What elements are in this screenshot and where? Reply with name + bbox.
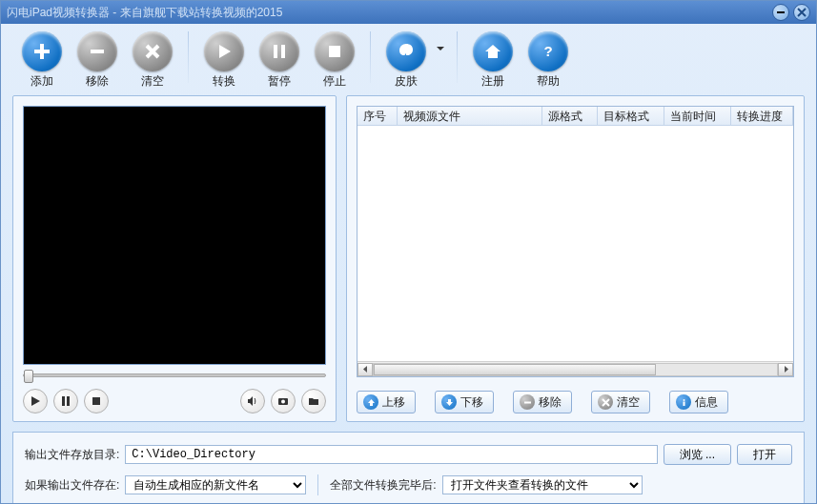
svg-rect-8 xyxy=(62,396,65,406)
skin-button[interactable]: 皮肤 xyxy=(382,31,430,90)
col-srcfmt[interactable]: 源格式 xyxy=(542,107,598,125)
stop-button[interactable]: 停止 xyxy=(311,31,358,90)
table-header: 序号 视频源文件 源格式 目标格式 当前时间 转换进度 xyxy=(357,107,793,126)
remove-button[interactable]: 移除 xyxy=(73,31,121,90)
horizontal-scrollbar[interactable] xyxy=(357,361,793,376)
player-play-button[interactable] xyxy=(23,389,48,413)
pause-button[interactable]: 暂停 xyxy=(255,31,303,90)
list-remove-button[interactable]: 移除 xyxy=(513,391,572,413)
x-icon xyxy=(133,31,173,71)
video-preview xyxy=(23,106,326,365)
main-toolbar: 添加 移除 清空 转换 暂停 停止 xyxy=(1,24,816,95)
seek-thumb[interactable] xyxy=(24,370,33,383)
svg-rect-0 xyxy=(777,11,785,13)
if-exists-label: 如果输出文件存在: xyxy=(25,477,119,494)
scroll-thumb[interactable] xyxy=(374,364,656,375)
move-down-button[interactable]: 下移 xyxy=(435,391,494,413)
svg-rect-10 xyxy=(92,397,100,405)
separator xyxy=(317,474,318,495)
svg-rect-9 xyxy=(67,396,70,406)
x-icon xyxy=(598,394,613,410)
arrow-up-icon xyxy=(363,394,378,410)
after-done-select[interactable]: 打开文件夹查看转换的文件 xyxy=(442,475,643,494)
output-dir-input[interactable] xyxy=(125,445,657,464)
volume-button[interactable] xyxy=(240,389,265,413)
window-title: 闪电iPad视频转换器 - 来自旗舰下载站转换视频的2015 xyxy=(7,5,772,21)
svg-rect-4 xyxy=(274,45,277,58)
svg-rect-2 xyxy=(34,50,50,53)
separator xyxy=(370,31,371,83)
question-icon: ? xyxy=(528,31,568,71)
plus-icon xyxy=(22,31,62,71)
register-button[interactable]: 注册 xyxy=(469,31,517,90)
player-controls xyxy=(23,385,326,413)
svg-rect-3 xyxy=(91,50,104,53)
minus-icon xyxy=(520,394,535,410)
convert-button[interactable]: 转换 xyxy=(200,31,248,90)
open-button[interactable]: 打开 xyxy=(737,444,792,465)
play-icon xyxy=(204,31,244,71)
player-stop-button[interactable] xyxy=(84,389,109,413)
close-button[interactable] xyxy=(793,4,810,21)
col-time[interactable]: 当前时间 xyxy=(664,107,731,125)
table-body xyxy=(357,126,793,361)
file-list-panel: 序号 视频源文件 源格式 目标格式 当前时间 转换进度 上移 xyxy=(346,95,805,422)
if-exists-select[interactable]: 自动生成相应的新文件名 xyxy=(125,475,306,494)
info-icon xyxy=(676,394,691,410)
browse-button[interactable]: 浏览 ... xyxy=(664,444,731,465)
svg-point-12 xyxy=(281,400,285,404)
after-done-label: 全部文件转换完毕后: xyxy=(330,477,436,494)
separator xyxy=(457,31,458,83)
col-source[interactable]: 视频源文件 xyxy=(398,107,542,125)
svg-rect-5 xyxy=(281,45,285,58)
scroll-left-icon[interactable] xyxy=(357,363,373,376)
col-progress[interactable]: 转换进度 xyxy=(731,107,793,125)
snapshot-button[interactable] xyxy=(271,389,296,413)
home-icon xyxy=(473,31,513,71)
player-pause-button[interactable] xyxy=(53,389,78,413)
separator xyxy=(188,31,189,83)
svg-text:?: ? xyxy=(543,43,552,59)
titlebar: 闪电iPad视频转换器 - 来自旗舰下载站转换视频的2015 xyxy=(1,1,816,24)
svg-rect-13 xyxy=(524,401,531,403)
col-index[interactable]: 序号 xyxy=(357,107,398,125)
clear-button[interactable]: 清空 xyxy=(129,31,176,90)
help-button[interactable]: ? 帮助 xyxy=(524,31,572,90)
skin-dropdown[interactable] xyxy=(436,45,445,52)
open-folder-button[interactable] xyxy=(301,389,326,413)
minus-icon xyxy=(77,31,117,71)
arrow-down-icon xyxy=(441,394,457,410)
svg-point-14 xyxy=(683,399,684,401)
col-dstfmt[interactable]: 目标格式 xyxy=(598,107,664,125)
seek-slider[interactable] xyxy=(23,373,326,377)
svg-rect-6 xyxy=(329,46,340,57)
list-clear-button[interactable]: 清空 xyxy=(591,391,650,413)
skin-icon xyxy=(386,31,426,71)
pause-icon xyxy=(259,31,299,71)
file-table[interactable]: 序号 视频源文件 源格式 目标格式 当前时间 转换进度 xyxy=(357,106,794,377)
output-dir-label: 输出文件存放目录: xyxy=(25,447,119,463)
output-settings: 输出文件存放目录: 浏览 ... 打开 如果输出文件存在: 自动生成相应的新文件… xyxy=(12,432,805,503)
stop-icon xyxy=(315,31,355,71)
info-button[interactable]: 信息 xyxy=(669,391,728,413)
scroll-right-icon[interactable] xyxy=(778,363,793,376)
add-button[interactable]: 添加 xyxy=(18,31,66,90)
preview-panel xyxy=(12,95,337,422)
svg-rect-15 xyxy=(683,401,684,406)
move-up-button[interactable]: 上移 xyxy=(357,391,416,413)
minimize-button[interactable] xyxy=(772,4,789,21)
